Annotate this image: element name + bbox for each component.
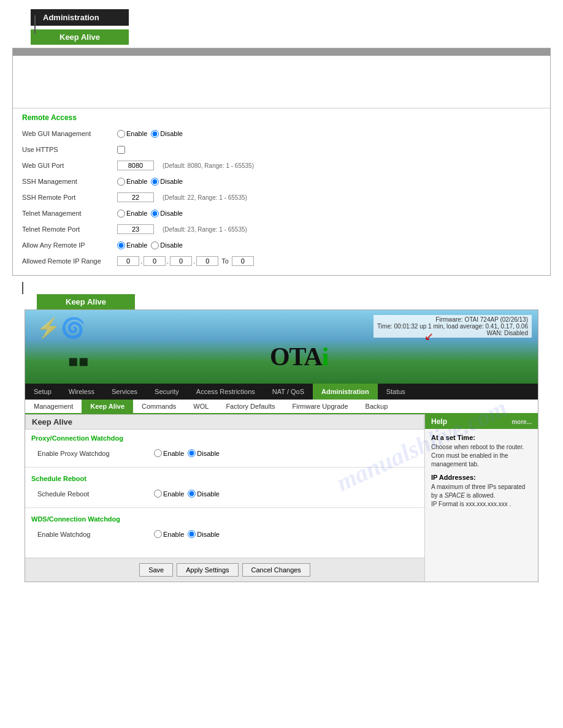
schedule-disable-input[interactable] — [188, 490, 196, 498]
nav-administration[interactable]: Administration — [313, 384, 378, 400]
cancel-changes-button[interactable]: Cancel Changes — [242, 563, 310, 577]
wds-disable-input[interactable] — [188, 530, 196, 538]
ssh-port-input[interactable] — [117, 192, 154, 202]
nav-nat-qos[interactable]: NAT / QoS — [264, 384, 313, 400]
allowed-ip-range-row: Allowed Remote IP Range . . . To — [22, 254, 541, 268]
save-button[interactable]: Save — [139, 563, 173, 577]
solar-panel-icon: ◼◼ — [68, 354, 89, 368]
keep-alive-section-title: Keep Alive — [25, 414, 424, 430]
ip-to-value[interactable] — [232, 256, 254, 266]
proxy-disable-input[interactable] — [188, 449, 196, 457]
wds-watchdog-row: Enable Watchdog Enable Disable — [31, 529, 418, 539]
bottom-buttons: Save Apply Settings Cancel Changes — [25, 558, 424, 582]
ip-to-sep: To — [221, 257, 229, 265]
section-divider-1 — [25, 467, 424, 468]
nav-access-restrictions[interactable]: Access Restrictions — [188, 384, 264, 400]
ip-octet-1[interactable] — [117, 256, 139, 266]
telnet-disable-radio[interactable]: Disable — [151, 210, 183, 218]
ip-octet-4[interactable] — [196, 256, 218, 266]
subnav-keep-alive[interactable]: Keep Alive — [82, 400, 133, 413]
use-https-checkbox[interactable] — [117, 146, 125, 154]
web-gui-disable-radio[interactable]: Disable — [151, 130, 183, 138]
ssh-enable-input[interactable] — [117, 178, 125, 186]
web-gui-management-control: Enable Disable — [117, 130, 541, 138]
allow-any-ip-row: Allow Any Remote IP Enable Disable — [22, 238, 541, 252]
use-https-checkbox-label[interactable] — [117, 146, 125, 154]
subnav-backup[interactable]: Backup — [357, 400, 397, 413]
telnet-disable-input[interactable] — [151, 210, 159, 218]
web-gui-enable-radio[interactable]: Enable — [117, 130, 147, 138]
proxy-section-content: Enable Proxy Watchdog Enable Disable — [25, 444, 424, 464]
nav-bar: Setup Wireless Services Security Access … — [25, 384, 538, 400]
subnav-management[interactable]: Management — [25, 400, 82, 413]
allow-any-ip-disable-input[interactable] — [151, 241, 159, 249]
wds-enable-radio[interactable]: Enable — [154, 530, 184, 538]
allow-any-ip-control: Enable Disable — [117, 241, 541, 249]
proxy-enable-radio[interactable]: Enable — [154, 449, 184, 457]
connector-between — [22, 282, 23, 294]
nav-services[interactable]: Services — [103, 384, 146, 400]
ssh-port-note: (Default: 22, Range: 1 - 65535) — [163, 194, 247, 201]
wds-watchdog-label: Enable Watchdog — [31, 531, 154, 538]
router-brand: OTAi — [270, 342, 329, 371]
wds-enable-input[interactable] — [154, 530, 162, 538]
schedule-enable-input[interactable] — [154, 490, 162, 498]
wds-section-content: Enable Watchdog Enable Disable — [25, 525, 424, 545]
web-gui-port-control: (Default: 8080, Range: 1 - 65535) — [117, 161, 541, 170]
apply-settings-button[interactable]: Apply Settings — [177, 563, 238, 577]
ip-sep-3: . — [193, 257, 195, 265]
allow-any-ip-enable-input[interactable] — [117, 241, 125, 249]
remote-access-title: Remote Access — [22, 113, 541, 122]
subnav-wol[interactable]: WOL — [185, 400, 217, 413]
ip-octet-3[interactable] — [170, 256, 192, 266]
subnav-firmware-upgrade[interactable]: Firmware Upgrade — [283, 400, 356, 413]
use-https-row: Use HTTPS — [22, 143, 541, 156]
nav-wireless[interactable]: Wireless — [60, 384, 103, 400]
proxy-watchdog-label: Enable Proxy Watchdog — [31, 450, 154, 457]
time-info: Time: 00:01:32 up 1 min, load average: 0… — [377, 323, 528, 330]
ssh-disable-radio[interactable]: Disable — [151, 178, 183, 186]
remote-access-section: Remote Access Web GUI Management Enable … — [13, 108, 550, 275]
wds-disable-radio[interactable]: Disable — [188, 530, 220, 538]
web-gui-management-label: Web GUI Management — [22, 130, 117, 137]
help-title: Help — [431, 417, 447, 426]
ip-sep-1: . — [140, 257, 142, 265]
schedule-enable-radio[interactable]: Enable — [154, 490, 184, 498]
web-gui-disable-input[interactable] — [151, 130, 159, 138]
nav-setup[interactable]: Setup — [25, 384, 60, 400]
help-ip-text: A maximum of three IPs separated by a SP… — [431, 483, 532, 509]
telnet-port-label: Telnet Remote Port — [22, 226, 117, 233]
ssh-disable-input[interactable] — [151, 178, 159, 186]
ip-sep-2: . — [167, 257, 169, 265]
nav-status[interactable]: Status — [378, 384, 414, 400]
ssh-management-control: Enable Disable — [117, 178, 541, 186]
proxy-disable-radio[interactable]: Disable — [188, 449, 220, 457]
web-gui-enable-input[interactable] — [117, 130, 125, 138]
proxy-enable-input[interactable] — [154, 449, 162, 457]
web-gui-management-row: Web GUI Management Enable Disable — [22, 127, 541, 140]
keep-alive-btn-mid[interactable]: Keep Alive — [37, 294, 135, 309]
help-more-link[interactable]: more... — [511, 419, 532, 425]
nav-security[interactable]: Security — [146, 384, 188, 400]
telnet-port-input[interactable] — [117, 224, 154, 234]
ssh-enable-radio[interactable]: Enable — [117, 178, 147, 186]
schedule-reboot-row: Schedule Reboot Enable Disable — [31, 488, 418, 499]
web-gui-port-note: (Default: 8080, Range: 1 - 65535) — [163, 162, 254, 169]
web-gui-port-input[interactable] — [117, 161, 154, 170]
subnav-factory-defaults[interactable]: Factory Defaults — [217, 400, 283, 413]
subnav-commands[interactable]: Commands — [133, 400, 185, 413]
telnet-management-row: Telnet Management Enable Disable — [22, 207, 541, 220]
telnet-enable-input[interactable] — [117, 210, 125, 218]
help-panel: Help more... At a set Time: Choose when … — [424, 414, 538, 582]
brand-i: i — [322, 343, 329, 371]
wind-turbine-icon: ⚡🌀 — [36, 316, 85, 339]
schedule-disable-radio[interactable]: Disable — [188, 490, 220, 498]
wds-watchdog-control: Enable Disable — [154, 530, 220, 538]
keep-alive-btn-top[interactable]: Keep Alive — [31, 29, 129, 45]
allow-any-ip-disable-radio[interactable]: Disable — [151, 241, 183, 249]
ip-octet-2[interactable] — [144, 256, 166, 266]
telnet-enable-radio[interactable]: Enable — [117, 210, 147, 218]
allow-any-ip-enable-radio[interactable]: Enable — [117, 241, 147, 249]
admin-panel-header — [13, 48, 550, 56]
content-left: Keep Alive Proxy/Connection Watchdog Ena… — [25, 414, 424, 582]
